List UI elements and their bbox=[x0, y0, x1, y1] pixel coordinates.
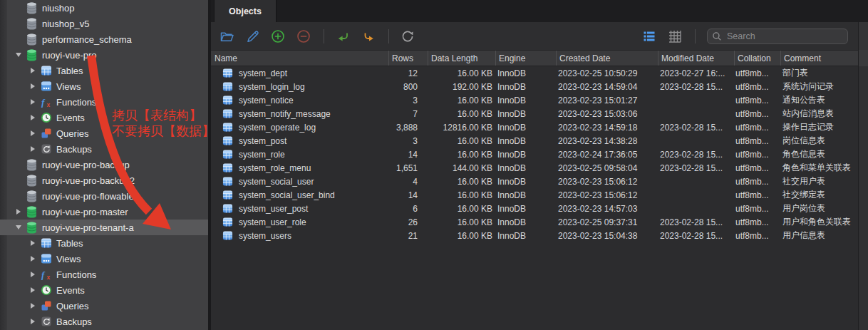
chevron-right-icon[interactable] bbox=[28, 302, 38, 309]
toolbar-separator bbox=[695, 29, 696, 43]
column-header-comment[interactable]: Comment bbox=[780, 51, 858, 66]
chevron-down-icon[interactable] bbox=[14, 51, 24, 58]
sidebar-item-views[interactable]: Views bbox=[0, 78, 208, 94]
table-row[interactable]: system_notify_message716.00 KBInnoDB2023… bbox=[211, 107, 858, 120]
design-table-button[interactable] bbox=[245, 29, 259, 43]
table-row[interactable]: system_operate_log3,88812816.00 KBInnoDB… bbox=[211, 120, 858, 134]
table-icon bbox=[222, 149, 233, 160]
sidebar-item-views[interactable]: Views bbox=[0, 251, 208, 267]
sidebar-item-events[interactable]: Events bbox=[0, 282, 208, 298]
chevron-right-icon[interactable] bbox=[28, 255, 38, 262]
column-header-data-length[interactable]: Data Length bbox=[428, 51, 495, 66]
column-header-name[interactable]: Name bbox=[211, 51, 388, 66]
table-row[interactable]: system_social_user_bind1416.00 KBInnoDB2… bbox=[211, 188, 858, 202]
cell-comment: 用户和角色关联表 bbox=[780, 216, 858, 228]
chevron-right-icon bbox=[14, 4, 24, 11]
column-header-rows[interactable]: Rows bbox=[388, 51, 428, 66]
folder-icon bbox=[219, 29, 234, 43]
sidebar-item-ruoyi-vue-pro-tenant-a[interactable]: ruoyi-vue-pro-tenant-a bbox=[0, 220, 208, 235]
refresh-button[interactable] bbox=[401, 29, 415, 43]
sidebar-item-label: ruoyi-vue-pro-flowable bbox=[42, 191, 134, 202]
table-row[interactable]: system_login_log800192.00 KBInnoDB2023-0… bbox=[211, 80, 858, 93]
chevron-right-icon[interactable] bbox=[28, 67, 38, 74]
database-gray-icon bbox=[26, 18, 38, 30]
tables-icon bbox=[40, 65, 52, 77]
open-table-button[interactable] bbox=[219, 29, 234, 43]
export-wizard-button[interactable] bbox=[361, 29, 376, 43]
chevron-right-icon[interactable] bbox=[14, 208, 24, 215]
svg-text:f: f bbox=[41, 269, 46, 280]
table-row[interactable]: system_role1416.00 KBInnoDB2023-02-24 17… bbox=[211, 148, 858, 161]
new-table-button[interactable] bbox=[271, 29, 285, 43]
column-header-created-date[interactable]: Created Date bbox=[556, 51, 658, 66]
cell-data_length: 144.00 KB bbox=[428, 163, 495, 173]
cell-data_length: 16.00 KB bbox=[428, 68, 495, 78]
queries-icon bbox=[40, 128, 52, 140]
import-wizard-button[interactable] bbox=[336, 29, 350, 43]
sidebar-item-queries[interactable]: Queries bbox=[0, 298, 208, 314]
cell-rows: 14 bbox=[388, 150, 428, 160]
sidebar-item-ruoyi-vue-pro-backup2[interactable]: ruoyi-vue-pro-backup2 bbox=[0, 172, 208, 188]
sidebar-item-label: Functions bbox=[56, 269, 96, 280]
chevron-right-icon[interactable] bbox=[28, 318, 38, 325]
delete-table-button[interactable] bbox=[296, 29, 311, 43]
toolbar-separator bbox=[388, 29, 389, 43]
sidebar-item-tables[interactable]: Tables bbox=[0, 235, 208, 251]
sidebar-item-ruoyi-vue-pro-flowable[interactable]: ruoyi-vue-pro-flowable bbox=[0, 188, 208, 204]
sidebar-item-label: ruoyi-vue-pro bbox=[42, 50, 97, 61]
column-header-engine[interactable]: Engine bbox=[495, 51, 556, 66]
sidebar-item-functions[interactable]: f xFunctions bbox=[0, 94, 208, 110]
chevron-right-icon[interactable] bbox=[28, 114, 38, 121]
table-row[interactable]: system_dept1216.00 KBInnoDB2023-02-25 10… bbox=[211, 66, 858, 80]
cell-data_length: 16.00 KB bbox=[428, 204, 495, 214]
sidebar-item-performance-schema[interactable]: performance_schema bbox=[0, 31, 208, 47]
search-box[interactable] bbox=[707, 29, 848, 44]
svg-text:x: x bbox=[46, 101, 50, 108]
sidebar-item-niushop-v5[interactable]: niushop_v5 bbox=[0, 16, 208, 31]
cell-name: system_social_user bbox=[211, 176, 388, 187]
table-row[interactable]: system_role_menu1,651144.00 KBInnoDB2023… bbox=[211, 161, 858, 175]
chevron-right-icon[interactable] bbox=[28, 145, 38, 153]
table-row[interactable]: system_post316.00 KBInnoDB2023-02-23 14:… bbox=[211, 134, 858, 148]
chevron-right-icon[interactable] bbox=[28, 271, 38, 278]
table-row[interactable]: system_notice316.00 KBInnoDB2023-02-23 1… bbox=[211, 93, 858, 107]
chevron-right-icon[interactable] bbox=[28, 98, 38, 105]
cell-collation: utf8mb... bbox=[734, 123, 780, 133]
sidebar-item-tables[interactable]: Tables bbox=[0, 63, 208, 78]
search-input[interactable] bbox=[725, 31, 843, 42]
cell-data_length: 192.00 KB bbox=[428, 82, 495, 92]
chevron-down-icon[interactable] bbox=[14, 224, 24, 231]
sidebar-item-events[interactable]: Events bbox=[0, 110, 208, 125]
sidebar-item-queries[interactable]: Queries bbox=[0, 125, 208, 141]
chevron-right-icon[interactable] bbox=[28, 83, 38, 90]
sidebar-item-ruoyi-vue-pro[interactable]: ruoyi-vue-pro bbox=[0, 47, 208, 63]
table-row[interactable]: system_user_post616.00 KBInnoDB2023-02-2… bbox=[211, 202, 858, 215]
column-header-collation[interactable]: Collation bbox=[734, 51, 780, 66]
database-gray-icon bbox=[26, 159, 38, 171]
sidebar-item-backups[interactable]: Backups bbox=[0, 141, 208, 157]
table-row[interactable]: system_social_user416.00 KBInnoDB2023-02… bbox=[211, 175, 858, 188]
chevron-right-icon[interactable] bbox=[28, 239, 38, 247]
database-green-icon bbox=[26, 222, 38, 234]
plus-circle-icon bbox=[271, 29, 285, 43]
sidebar-item-ruoyi-vue-pro-backup[interactable]: ruoyi-vue-pro-backup bbox=[0, 157, 208, 172]
tab-objects[interactable]: Objects bbox=[214, 0, 277, 22]
column-header-modified-date[interactable]: Modified Date bbox=[658, 51, 734, 66]
table-row[interactable]: system_user_role2616.00 KBInnoDB2023-02-… bbox=[211, 215, 858, 229]
sidebar-item-backups[interactable]: Backups bbox=[0, 314, 208, 329]
sidebar-item-niushop[interactable]: niushop bbox=[0, 0, 208, 16]
chevron-right-icon[interactable] bbox=[28, 287, 38, 294]
cell-collation: utf8mb... bbox=[734, 96, 780, 105]
cell-data_length: 16.00 KB bbox=[428, 231, 495, 241]
sidebar-item-ruoyi-vue-pro-master[interactable]: ruoyi-vue-pro-master bbox=[0, 204, 208, 220]
cell-data_length: 16.00 KB bbox=[428, 150, 495, 160]
grid-view-button[interactable] bbox=[668, 29, 682, 43]
cell-modified: 2023-02-28 15... bbox=[658, 217, 734, 227]
list-view-button[interactable] bbox=[642, 29, 656, 43]
cell-name: system_user_role bbox=[211, 217, 388, 227]
sidebar-item-functions[interactable]: f xFunctions bbox=[0, 267, 208, 282]
table-icon bbox=[222, 217, 233, 227]
table-row[interactable]: system_users2116.00 KBInnoDB2023-02-23 1… bbox=[211, 229, 858, 242]
cell-engine: InnoDB bbox=[495, 217, 556, 227]
chevron-right-icon[interactable] bbox=[28, 130, 38, 137]
